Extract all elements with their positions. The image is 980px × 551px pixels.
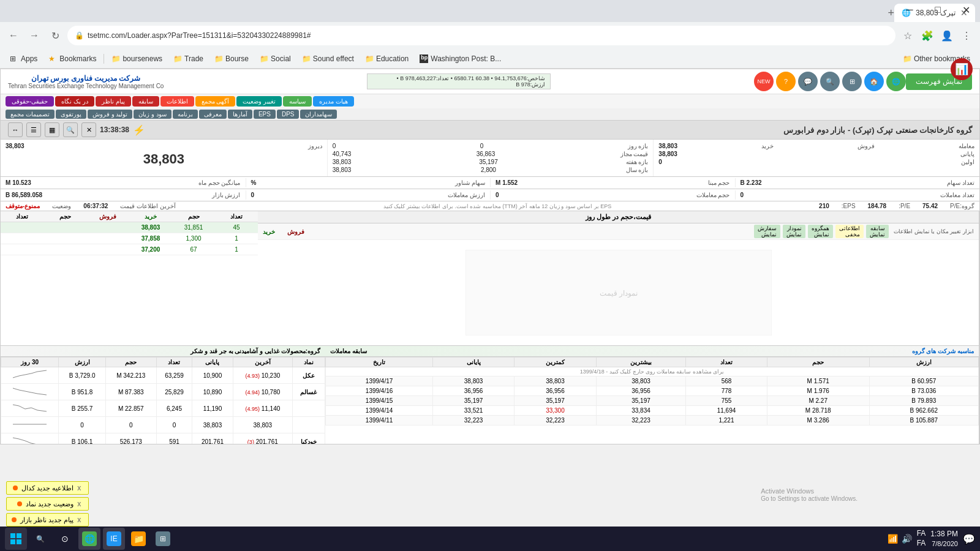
app4-icon: ⊞ xyxy=(156,531,170,546)
logo-line2: Tehran Securities Exchange Technology Ma… xyxy=(8,83,164,89)
ob-vol2-header: حجم xyxy=(43,213,86,220)
nav-tab-nigah[interactable]: در یک نگاه xyxy=(55,96,94,107)
search-icon-btn[interactable]: 🔍 xyxy=(820,72,840,91)
nav-tab-tasmimat[interactable]: تصمیمات مجمع xyxy=(6,110,55,119)
tr2-kam: 36,956 xyxy=(514,386,596,396)
nav-tab-siasat[interactable]: سیاسه xyxy=(283,96,312,107)
tool-btn-5[interactable]: ✕ xyxy=(81,122,96,137)
globe-icon-btn[interactable]: 🌐 xyxy=(886,72,906,91)
cortana-button[interactable]: ⊙ xyxy=(54,528,76,550)
trade-history-link[interactable]: مناسبه شرکت های گروه xyxy=(912,348,974,354)
taskbar-app-3[interactable]: 📁 xyxy=(127,528,149,550)
trade-history-header: مناسبه شرکت های گروه سابقه معاملات xyxy=(325,346,979,357)
clock-display[interactable]: FAFA xyxy=(917,529,926,548)
bourse-bookmark[interactable]: 📁 Bourse xyxy=(209,53,254,64)
education-bookmark[interactable]: 📁 Education xyxy=(360,53,413,64)
mr-kk-chart xyxy=(1,433,59,444)
apps-bookmark[interactable]: ⊞ Apps xyxy=(5,53,42,64)
social-bookmark[interactable]: 📁 Social xyxy=(255,53,296,64)
clock-date: 7/8/2020 xyxy=(930,539,958,548)
tr5-date: 1399/4/11 xyxy=(326,416,433,425)
boursenews-bookmark[interactable]: 📁 boursenews xyxy=(107,53,167,64)
notif-2-close[interactable]: x xyxy=(77,500,81,508)
chat-icon-btn[interactable]: 💬 xyxy=(798,72,818,91)
miyangin-val: 10.523 M xyxy=(6,179,31,186)
tool-btn-1[interactable]: ↔ xyxy=(8,122,23,137)
mr-akl-arzesh: 3,729.0 B xyxy=(59,367,105,384)
nav-tab-moarefi[interactable]: معرفی xyxy=(199,110,227,119)
nav-tab-eps[interactable]: EPS xyxy=(254,110,276,119)
nav-tab-heyat[interactable]: هیات مدیره xyxy=(313,96,354,107)
back-button[interactable]: ← xyxy=(5,27,22,44)
taskbar-app-4[interactable]: ⊞ xyxy=(152,528,174,550)
tr2-payani: 36,956 xyxy=(433,386,514,396)
menu-button[interactable]: ⋮ xyxy=(958,27,975,44)
tr1-date: 1399/4/17 xyxy=(326,377,433,386)
close-button[interactable]: ✕ xyxy=(952,0,980,20)
tool-sabeqe[interactable]: سابقهنمایش xyxy=(866,225,889,238)
info-tedad-moamele: تعداد معاملات 0 xyxy=(735,190,980,200)
tool-btn-4[interactable]: 🔍 xyxy=(63,122,78,137)
network-icon[interactable]: 📶 xyxy=(888,534,898,544)
tedad-sahm-val: 2.232 B xyxy=(741,179,762,186)
apps-label: Apps xyxy=(21,54,37,63)
window-controls: ─ □ ✕ xyxy=(895,0,980,20)
grid-icon-btn[interactable]: ⊞ xyxy=(842,72,862,91)
taskbar-app-1[interactable]: 🌐 xyxy=(78,528,100,550)
info-hajm-moamele: حجم معاملات 0 xyxy=(490,190,735,200)
nav-tab-sood[interactable]: سود و زیان xyxy=(134,110,172,119)
bookmark-star-button[interactable]: ☆ xyxy=(899,27,916,44)
notification-center-button[interactable]: 💬 xyxy=(963,533,975,545)
bookmarks-bookmark[interactable]: ★ Bookmarks xyxy=(43,53,101,64)
app1-icon: 🌐 xyxy=(82,531,97,546)
mr3-payani: 11,190 xyxy=(192,400,233,417)
nav-tab-agahi[interactable]: آگهی مجمع xyxy=(195,96,236,107)
refresh-button[interactable]: ↻ xyxy=(47,27,64,44)
volume-icon[interactable]: 🔊 xyxy=(902,534,912,544)
bazeroz-label: بازه روز xyxy=(628,143,649,149)
start-button[interactable] xyxy=(5,528,27,550)
minimize-button[interactable]: ─ xyxy=(895,0,924,20)
nav-tab-vaziat[interactable]: تغییر وضعیت xyxy=(236,96,282,107)
extensions-button[interactable]: 🧩 xyxy=(919,27,936,44)
taskbar-app-2[interactable]: IE xyxy=(103,528,125,550)
notif-3-close[interactable]: x xyxy=(77,515,81,524)
tedad-sahm-label: تعداد سهام xyxy=(947,179,974,186)
nav-tab-dps[interactable]: DPS xyxy=(277,110,300,119)
tool-hamgrop[interactable]: همگروهنمایش xyxy=(808,225,833,238)
search-taskbar-button[interactable]: 🔍 xyxy=(29,528,51,550)
tool-btn-2[interactable]: ☰ xyxy=(26,122,41,137)
washington-post-bookmark[interactable]: bp Washington Post: B... xyxy=(415,53,506,64)
chart-canvas: نمودار قیمت xyxy=(258,240,979,345)
new-tab-button[interactable]: + xyxy=(888,7,894,20)
nav-tab-amar[interactable]: آمارها xyxy=(228,110,252,119)
nav-tab-ettelaat[interactable]: اطلاعات xyxy=(160,96,194,107)
tool-sefaresh[interactable]: سفارشنمایش xyxy=(754,225,780,238)
stock-ticker: شاخص:94.1,753,676 • 60.38 6580.71 • تعدا… xyxy=(367,73,551,89)
mr-akl-vol: 342.213 M xyxy=(105,367,156,384)
nav-tab-sahamdar[interactable]: سهامداران xyxy=(300,110,337,119)
forward-button[interactable]: → xyxy=(26,27,43,44)
nav-tab-payam[interactable]: پیام ناظر xyxy=(96,96,131,107)
address-bar[interactable]: 🔒 tsetmc.com/Loader.aspx?ParTree=151311&… xyxy=(67,26,895,45)
tr5-payani: 32,223 xyxy=(433,416,514,425)
new-icon-btn[interactable]: NEW xyxy=(754,72,774,91)
nav-tab-portfolio[interactable]: پورتفوی xyxy=(56,110,86,119)
help-icon-btn[interactable]: ? xyxy=(776,72,796,91)
tool-btn-3[interactable]: ▦ xyxy=(45,122,59,137)
tool-namudar[interactable]: نمودارنمایش xyxy=(783,225,805,238)
nav-tab-tolid[interactable]: تولید و فروش xyxy=(88,110,133,119)
nav-tab-barname[interactable]: برنامه xyxy=(173,110,198,119)
tool-ettelaat[interactable]: اطلاعاتیمخفی xyxy=(835,225,864,238)
bookmarks-bar: ⊞ Apps ★ Bookmarks 📁 boursenews 📁 Trade … xyxy=(0,49,980,69)
notif-1-close[interactable]: x xyxy=(77,484,81,492)
home-icon-btn[interactable]: 🏠 xyxy=(864,72,884,91)
profile-button[interactable]: 👤 xyxy=(938,27,956,44)
folder-icon-social: 📁 xyxy=(260,54,268,63)
maximize-button[interactable]: □ xyxy=(924,0,952,20)
mr-kk-namad: خودکیا xyxy=(292,433,325,444)
nav-tab-haghighi[interactable]: حقیقی-حقوقی xyxy=(6,96,54,107)
sound-effect-bookmark[interactable]: 📁 Sound effect xyxy=(297,53,359,64)
nav-tab-sabeqe[interactable]: سابقه xyxy=(132,96,159,107)
trade-bookmark[interactable]: 📁 Trade xyxy=(168,53,208,64)
